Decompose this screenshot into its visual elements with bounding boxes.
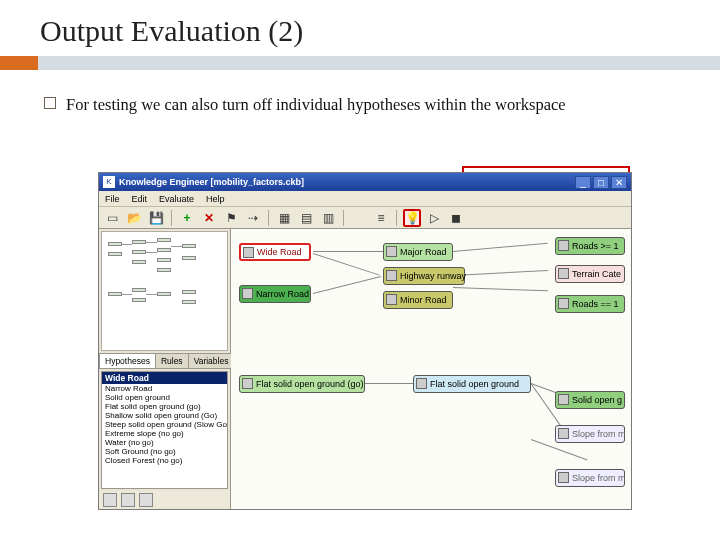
tab-variables[interactable]: Variables [188,353,235,368]
menu-edit[interactable]: Edit [132,194,148,204]
play-icon[interactable]: ▷ [425,209,443,227]
node-label: Minor Road [400,295,447,305]
node-highway[interactable]: Highway runway [383,267,465,285]
toolbar: ▭ 📂 💾 + ✕ ⚑ ⇢ ▦ ▤ ▥ ≡ 💡 ▷ ◼ [99,207,631,229]
list-item[interactable]: Soft Ground (no go) [102,447,227,456]
plus-icon[interactable]: + [178,209,196,227]
layers-icon[interactable]: ▦ [275,209,293,227]
menu-evaluate[interactable]: Evaluate [159,194,194,204]
node-icon [558,240,569,251]
list-selected[interactable]: Wide Road [102,372,227,384]
chart-icon[interactable]: ▤ [297,209,315,227]
palette-icon[interactable] [350,209,368,227]
node-icon [386,294,397,305]
node-icon [558,428,569,439]
footer-btn-2[interactable] [121,493,135,507]
hypotheses-list[interactable]: Wide Road Narrow Road Solid open ground … [101,371,228,489]
slide-title: Output Evaluation (2) [0,0,720,56]
node-label: Roads >= 1 [572,241,619,251]
node-label: Flat solid open ground [430,379,519,389]
node-minor-road[interactable]: Minor Road [383,291,453,309]
node-slope-m1[interactable]: Slope from m [555,425,625,443]
node-icon [242,378,253,389]
footer-btn-1[interactable] [103,493,117,507]
menu-help[interactable]: Help [206,194,225,204]
node-slope-m2[interactable]: Slope from m [555,469,625,487]
sidebar-footer [99,491,230,509]
link-icon[interactable]: ⇢ [244,209,262,227]
node-label: Flat solid open ground (go) [256,379,364,389]
tab-hypotheses[interactable]: Hypotheses [99,353,156,368]
bullet-text: For testing we can also turn off individ… [66,94,566,115]
turn-off-node-tool[interactable]: 💡 [403,209,421,227]
node-icon [386,270,397,281]
footer-btn-3[interactable] [139,493,153,507]
node-icon [386,246,397,257]
list-item[interactable]: Narrow Road [102,384,227,393]
new-icon[interactable]: ▭ [103,209,121,227]
list-item[interactable]: Shallow solid open ground (Go) [102,411,227,420]
app-icon: K [103,176,115,188]
graph-canvas[interactable]: Wide Road Narrow Road Flat solid open gr… [231,229,631,509]
node-label: Solid open g [572,395,622,405]
menubar: File Edit Evaluate Help [99,191,631,207]
list-item[interactable]: Closed Forest (no go) [102,456,227,465]
maximize-button[interactable]: □ [593,176,609,189]
minimize-button[interactable]: _ [575,176,591,189]
list-item[interactable]: Flat solid open ground (go) [102,402,227,411]
bullet-marker [44,97,56,109]
node-icon [558,268,569,279]
node-icon [558,394,569,405]
node-solid-open-g[interactable]: Solid open g [555,391,625,409]
equals-icon[interactable]: ≡ [372,209,390,227]
sidebar: Hypotheses Rules Variables Wide Road Nar… [99,229,231,509]
app-window: K Knowledge Engineer [mobility_factors.c… [98,172,632,510]
list-item[interactable]: Steep solid open ground (Slow Go) [102,420,227,429]
node-icon [242,288,253,299]
node-icon [558,472,569,483]
node-flat-go[interactable]: Flat solid open ground (go) [239,375,365,393]
tab-rules[interactable]: Rules [155,353,189,368]
stop-icon[interactable]: ◼ [447,209,465,227]
node-narrow-road[interactable]: Narrow Road [239,285,311,303]
node-roads-gt1[interactable]: Roads >= 1 [555,237,625,255]
overview-panel[interactable] [101,231,228,351]
node-icon [558,298,569,309]
sidebar-tabs: Hypotheses Rules Variables [99,353,230,369]
node-icon [243,247,254,258]
node-wide-road[interactable]: Wide Road [239,243,311,261]
node-major-road[interactable]: Major Road [383,243,453,261]
node-label: Wide Road [257,247,302,257]
node-flat-open[interactable]: Flat solid open ground [413,375,531,393]
node-label: Highway runway [400,271,466,281]
menu-file[interactable]: File [105,194,120,204]
window-title: Knowledge Engineer [mobility_factors.ckb… [119,177,575,187]
close-button[interactable]: ✕ [611,176,627,189]
accent-bar [0,56,720,70]
grid-icon[interactable]: ▥ [319,209,337,227]
node-icon [416,378,427,389]
open-icon[interactable]: 📂 [125,209,143,227]
node-label: Terrain Cate [572,269,621,279]
node-roads-eq1[interactable]: Roads == 1 [555,295,625,313]
node-terrain-cat[interactable]: Terrain Cate [555,265,625,283]
list-item[interactable]: Extreme slope (no go) [102,429,227,438]
titlebar: K Knowledge Engineer [mobility_factors.c… [99,173,631,191]
delete-icon[interactable]: ✕ [200,209,218,227]
node-label: Slope from m [572,473,626,483]
list-item[interactable]: Water (no go) [102,438,227,447]
node-label: Narrow Road [256,289,309,299]
save-icon[interactable]: 💾 [147,209,165,227]
node-label: Major Road [400,247,447,257]
flag-icon[interactable]: ⚑ [222,209,240,227]
node-label: Slope from m [572,429,626,439]
node-label: Roads == 1 [572,299,619,309]
list-item[interactable]: Solid open ground [102,393,227,402]
bullet-item: For testing we can also turn off individ… [0,70,720,119]
